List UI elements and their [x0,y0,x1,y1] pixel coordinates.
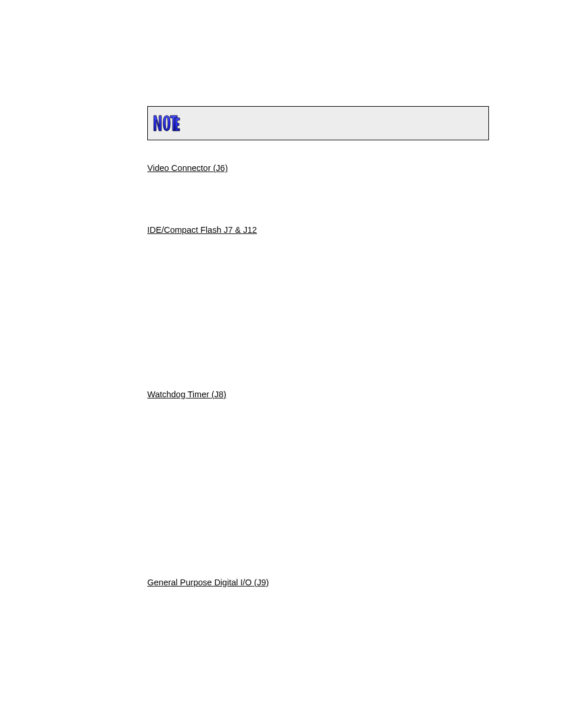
section-heading-video-connector: Video Connector (J6) [147,163,489,174]
note-icon [153,113,181,133]
note-callout-box [147,106,489,140]
section-heading-gpio: General Purpose Digital I/O (J9) [147,577,489,588]
section-heading-watchdog-timer: Watchdog Timer (J8) [147,389,489,400]
section-heading-ide-compact-flash: IDE/Compact Flash J7 & J12 [147,225,489,236]
